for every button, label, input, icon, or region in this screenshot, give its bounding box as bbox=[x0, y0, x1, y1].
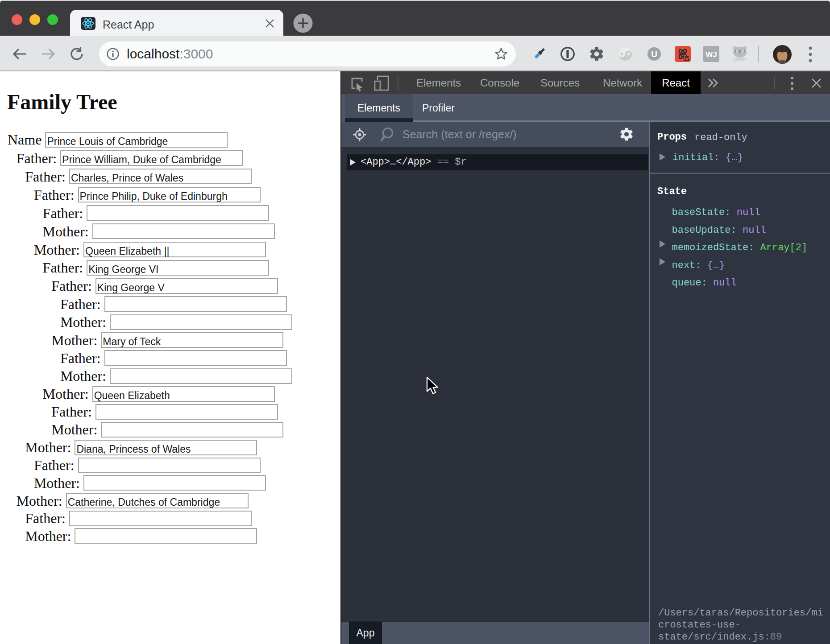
svg-text:WJ: WJ bbox=[706, 50, 717, 59]
svg-text:U: U bbox=[651, 50, 657, 59]
svg-text:ember: ember bbox=[733, 56, 747, 62]
